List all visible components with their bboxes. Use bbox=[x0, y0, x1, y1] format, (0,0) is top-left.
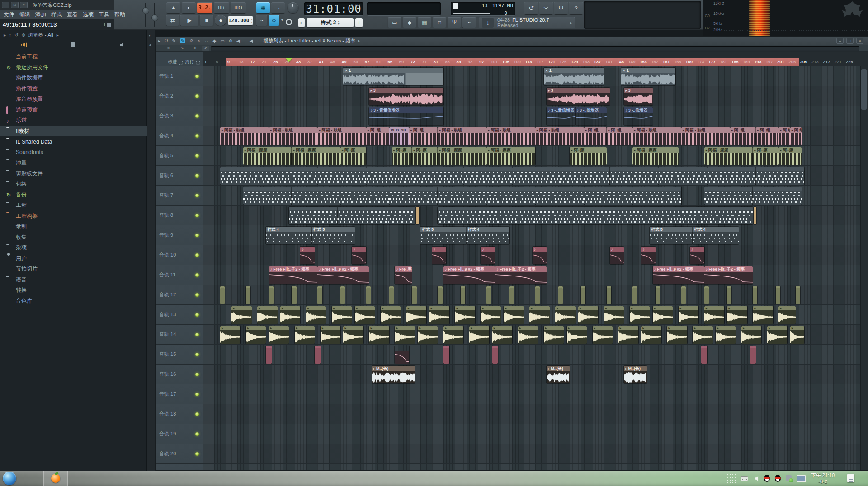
playlist-clip[interactable] bbox=[220, 167, 269, 185]
track-header[interactable]: 音轨 21 bbox=[156, 464, 203, 470]
playlist-clip[interactable] bbox=[369, 326, 389, 344]
playlist-clip[interactable]: 阿福 - 鼓组 bbox=[535, 127, 584, 145]
playlist-clip[interactable]: 阿福 - 擦擦 bbox=[704, 147, 753, 165]
start-button[interactable] bbox=[3, 472, 16, 485]
playlist-clip[interactable] bbox=[658, 167, 707, 185]
track-lane[interactable] bbox=[203, 186, 860, 205]
playlist-clip[interactable] bbox=[455, 306, 475, 324]
select-tool-icon[interactable]: ▭ bbox=[220, 38, 224, 43]
playlist-clip[interactable] bbox=[481, 247, 495, 264]
playlist-clip[interactable]: VED..28 bbox=[389, 127, 409, 145]
playlist-clip[interactable]: 3 -..倍增器 bbox=[624, 107, 652, 125]
browser-item[interactable]: ↻备份 bbox=[0, 190, 147, 201]
playlist-clip[interactable] bbox=[584, 207, 633, 224]
paint-tool-icon[interactable]: ✎ bbox=[180, 38, 185, 43]
play-button[interactable]: ▶ bbox=[180, 15, 198, 26]
playlist-clip[interactable] bbox=[461, 286, 465, 304]
stop-button[interactable]: ■ bbox=[200, 15, 213, 26]
playlist-clip[interactable] bbox=[593, 326, 613, 344]
playlist-menu-icon[interactable]: ▸ bbox=[158, 38, 160, 43]
qq-icon[interactable] bbox=[764, 475, 770, 482]
track-header[interactable]: 音轨 10 bbox=[156, 245, 203, 265]
minimize-icon[interactable]: – bbox=[2, 2, 9, 8]
playlist-clip[interactable] bbox=[796, 286, 800, 304]
playlist-clip[interactable] bbox=[509, 286, 514, 304]
track-header[interactable]: 音轨 13 bbox=[156, 305, 203, 324]
playlist-clip[interactable] bbox=[415, 167, 464, 185]
tab-files[interactable] bbox=[49, 42, 98, 47]
playlist-clip[interactable] bbox=[578, 306, 598, 324]
browser-item[interactable]: 冲量 bbox=[0, 158, 147, 168]
playlist-clip[interactable]: 阿.组 bbox=[778, 127, 790, 145]
track-header[interactable]: 音轨 12 bbox=[156, 285, 203, 304]
track-mute-led[interactable] bbox=[195, 194, 199, 197]
playlist-clip[interactable]: 阿福 - 鼓组 bbox=[220, 127, 269, 145]
track-header[interactable]: 音轨 18 bbox=[156, 404, 203, 424]
playlist-clip[interactable] bbox=[518, 326, 538, 344]
playlist-clip[interactable] bbox=[317, 167, 366, 185]
slip-tool-icon[interactable]: ↔ bbox=[204, 38, 209, 43]
track-mute-led[interactable] bbox=[195, 253, 199, 257]
playlist-clip[interactable] bbox=[667, 326, 687, 344]
playback-tool-icon[interactable]: ◀ bbox=[236, 38, 240, 43]
playlist-clip[interactable] bbox=[266, 346, 272, 364]
mixer-button[interactable]: ▦ bbox=[418, 17, 431, 28]
playlist-clip[interactable] bbox=[406, 306, 426, 324]
browser-item[interactable]: 转换 bbox=[0, 285, 147, 296]
playlist-clip[interactable]: Fre..率 bbox=[395, 266, 412, 284]
playlist-clip[interactable] bbox=[610, 167, 659, 185]
track-header[interactable]: 音轨 11 bbox=[156, 265, 203, 285]
playlist-clip[interactable]: Free Filt..子2 - 频率 bbox=[704, 266, 753, 284]
browser-next-icon[interactable]: ▸ bbox=[57, 33, 59, 37]
track-lane[interactable]: 3 - 音量倍增器3 -..量倍增器3 -..倍增器3 -..倍增器 bbox=[203, 106, 860, 126]
playlist-clip[interactable] bbox=[535, 187, 584, 205]
playlist-clip[interactable]: 阿福 - 鼓组 bbox=[486, 127, 535, 145]
playlist-clip[interactable] bbox=[632, 187, 681, 205]
playlist-clip[interactable] bbox=[469, 326, 489, 344]
playlist-clip[interactable] bbox=[544, 326, 564, 344]
playlist-clip[interactable] bbox=[604, 306, 624, 324]
restore-icon[interactable]: □ bbox=[11, 2, 19, 8]
add-pattern-button[interactable]: + bbox=[355, 18, 363, 27]
track-mute-led[interactable] bbox=[195, 273, 199, 277]
playlist-clip[interactable]: Free Fil..9 #2 - 频率 bbox=[317, 266, 369, 284]
playlist-clip[interactable] bbox=[443, 326, 463, 344]
track-lane[interactable]: M..(长)M..(长)M..(长) bbox=[203, 364, 860, 384]
menu-item-选项[interactable]: 选项 bbox=[83, 11, 94, 19]
playlist-clip[interactable] bbox=[481, 306, 500, 324]
track-lane[interactable]: Free Filt..子2 - 频率Free Fil..9 #2 - 频率Fre… bbox=[203, 265, 860, 285]
playlist-clip[interactable]: 阿..擦 bbox=[392, 147, 412, 165]
playlist-clip[interactable] bbox=[533, 247, 547, 264]
playlist-clip[interactable] bbox=[343, 326, 363, 344]
step-toggle[interactable] bbox=[179, 61, 183, 65]
playlist-clip[interactable] bbox=[257, 306, 277, 324]
playlist-clip[interactable] bbox=[381, 306, 401, 324]
playlist-clip[interactable]: 3 bbox=[547, 88, 609, 105]
browser-item[interactable]: ↻最近所用文件 bbox=[0, 62, 147, 73]
browser-item[interactable]: 剪贴板文件 bbox=[0, 168, 147, 179]
playlist-clip[interactable] bbox=[535, 207, 584, 224]
playlist-clip[interactable] bbox=[486, 187, 535, 205]
playlist-clip[interactable] bbox=[340, 187, 389, 205]
horizontal-scrollbar[interactable] bbox=[211, 46, 859, 51]
playlist-clip[interactable]: 阿..组 bbox=[607, 127, 632, 145]
track-header[interactable]: 音轨 9 bbox=[156, 225, 203, 245]
track-lane[interactable]: 111 bbox=[203, 66, 860, 86]
playlist-clip[interactable] bbox=[561, 167, 610, 185]
playlist-clip[interactable]: M..(长) bbox=[547, 366, 570, 383]
track-header[interactable]: 音轨 2 bbox=[156, 86, 203, 106]
track-mute-led[interactable] bbox=[195, 174, 199, 178]
playlist-clip[interactable] bbox=[352, 247, 366, 264]
playlist-clip[interactable]: 3 bbox=[369, 88, 443, 105]
playlist-clip[interactable] bbox=[438, 286, 442, 304]
playlist-minimize-icon[interactable]: – bbox=[836, 38, 844, 44]
track-header[interactable]: 音轨 19 bbox=[156, 424, 203, 444]
browser-item[interactable]: 节拍切片 bbox=[0, 264, 147, 275]
tuner-button[interactable]: ~ bbox=[462, 17, 476, 28]
playlist-clip[interactable]: 3 -..倍增器 bbox=[576, 107, 607, 125]
playlist-clip[interactable] bbox=[243, 187, 292, 205]
playlist-clip[interactable] bbox=[438, 207, 486, 224]
playlist-clip[interactable]: 阿..擦 bbox=[570, 147, 607, 165]
playlist-clip[interactable] bbox=[693, 326, 712, 344]
playlist-clip[interactable]: 阿福 - 擦擦 bbox=[243, 147, 292, 165]
